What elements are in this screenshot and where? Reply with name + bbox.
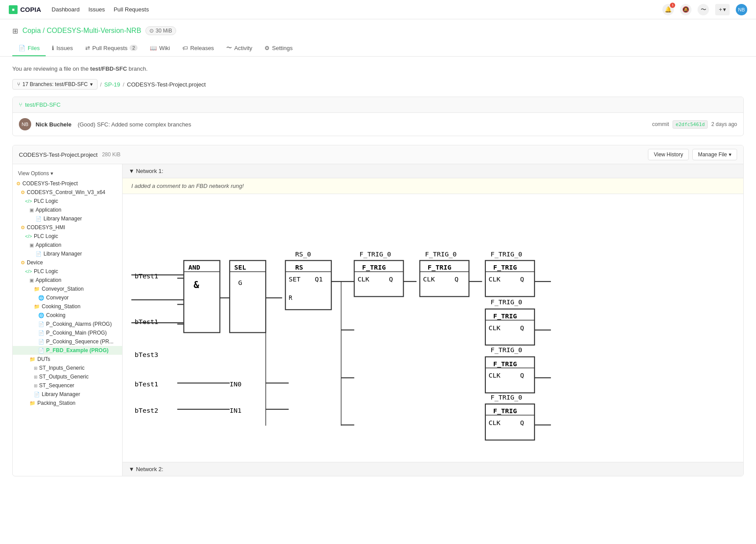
ftrig-row3-clk-1: CLK (488, 371, 500, 379)
repo-title-row: ⊞ Copia / CODESYS-Multi-Version-NRB ⊙ 30… (12, 26, 744, 35)
commit-message: (Good) SFC: Added some complex branches (78, 121, 648, 128)
signal-btest2-in1: bTest2 (134, 407, 158, 414)
user-avatar[interactable]: NB (736, 4, 747, 15)
tree-item-st-inputs-generic[interactable]: ⊞ ST_Inputs_Generic (13, 364, 122, 372)
ftrig-row4-label-1: F_TRIG (493, 407, 517, 415)
folder-cog-icon: ⚙ (21, 225, 25, 231)
plus-button[interactable]: + ▾ (715, 4, 730, 15)
commit-detail-row: NB Nick Buchele (Good) SFC: Added some c… (13, 113, 743, 136)
tree-item-library-manager-2[interactable]: 📄 Library Manager (13, 249, 122, 258)
nav-issues[interactable]: Issues (88, 6, 105, 13)
nav-dashboard[interactable]: Dashboard (52, 6, 80, 13)
code-icon: </> (25, 198, 32, 204)
tree-item-library-manager-1[interactable]: 📄 Library Manager (13, 214, 122, 223)
tree-item-application-2[interactable]: ▣ Application (13, 241, 122, 249)
in1-port-label: IN1 (230, 407, 242, 414)
view-options-toggle[interactable]: View Options ▾ (13, 168, 122, 179)
folder-icon: 📁 (34, 286, 40, 292)
tree-item-st-sequencer[interactable]: ⊞ ST_Sequencer (13, 381, 122, 390)
tree-item-p-cooking-sequence[interactable]: 📄 P_Cooking_Sequence (PR... (13, 337, 122, 346)
file-viewer-header: CODESYS-Test-Project.project 280 KiB Vie… (13, 145, 743, 164)
tree-item-conveyor[interactable]: 🌐 Conveyor (13, 293, 122, 302)
sel-g-port: G (238, 279, 242, 287)
and-label: AND (188, 263, 200, 271)
nav-pull-requests[interactable]: Pull Requests (114, 6, 149, 13)
tree-item-packing-station[interactable]: 📁 Packing_Station (13, 399, 122, 407)
tab-releases[interactable]: 🏷 Releases (176, 40, 220, 56)
ftrig0-row2-label1: F_TRIG_0 (491, 298, 522, 306)
network1-comment: I added a comment to an FBD network rung… (123, 178, 743, 194)
tree-item-cooking-station[interactable]: 📁 Cooking_Station (13, 302, 122, 311)
file-icon: 📄 (34, 392, 40, 397)
bell-icon[interactable]: 🔕 (680, 4, 691, 15)
branch-selector[interactable]: ⑂ 17 Branches: test/FBD-SFC ▾ (12, 79, 98, 90)
notification-bell-icon[interactable]: 🔔1 (662, 4, 674, 15)
tree-item-cooking[interactable]: 🌐 Cooking (13, 311, 122, 320)
network1-header[interactable]: ▼ Network 1: (123, 164, 743, 178)
top-nav: ■ COPIA Dashboard Issues Pull Requests 🔔… (0, 0, 756, 19)
commit-author-avatar: NB (19, 118, 31, 130)
ftrig-q-3: Q (520, 275, 524, 283)
file-content: View Options ▾ ⚙ CODESYS-Test-Project ⚙ … (13, 164, 743, 476)
repo-header: ⊞ Copia / CODESYS-Multi-Version-NRB ⊙ 30… (0, 19, 756, 57)
network2-header[interactable]: ▼ Network 2: (123, 462, 743, 476)
tab-pull-requests[interactable]: ⇄ Pull Requests 2 (79, 40, 144, 56)
tree-item-st-outputs-generic[interactable]: ⊞ ST_Outputs_Generic (13, 372, 122, 381)
view-history-button[interactable]: View History (648, 149, 688, 160)
ftrig-row2-label-1: F_TRIG (493, 312, 517, 320)
repo-path[interactable]: Copia / CODESYS-Multi-Version-NRB (22, 27, 141, 35)
ftrig-label-3: F_TRIG (493, 263, 517, 271)
file-icon: 📄 (36, 216, 42, 222)
tree-item-p-fbd-example[interactable]: 📄 P_FBD_Example (PROG) (13, 346, 122, 355)
tree-item-device[interactable]: ⚙ Device (13, 258, 122, 267)
ftrig0-label2: F_TRIG_0 (425, 250, 457, 258)
tree-item-codesys-test-project[interactable]: ⚙ CODESYS-Test-Project (13, 179, 122, 188)
tree-item-application-3[interactable]: ▣ Application (13, 276, 122, 285)
main-content: You are reviewing a file on the test/FBD… (0, 57, 756, 485)
ftrig-clk-2: CLK (423, 275, 435, 283)
tree-item-conveyor-station[interactable]: 📁 Conveyor_Station (13, 285, 122, 293)
tree-item-duts[interactable]: 📁 DUTs (13, 355, 122, 364)
tree-item-plc-logic-1[interactable]: </> PLC Logic (13, 197, 122, 205)
commit-meta: commit e2dfc5461d 2 days ago (652, 120, 737, 129)
file-actions: View History Manage File ▾ (648, 149, 737, 160)
folder-cog-icon: ⚙ (21, 190, 25, 195)
file-icon: 📄 (38, 348, 44, 353)
tree-item-plc-logic-3[interactable]: </> PLC Logic (13, 267, 122, 276)
activity-icon[interactable]: 〜 (698, 4, 709, 15)
tree-item-library-manager-3[interactable]: 📄 Library Manager (13, 390, 122, 399)
ftrig0-row3-label1: F_TRIG_0 (491, 346, 522, 354)
tab-issues[interactable]: ℹ Issues (46, 40, 79, 56)
file-viewer: CODESYS-Test-Project.project 280 KiB Vie… (12, 145, 744, 476)
ftrig-row4-clk-1: CLK (488, 419, 500, 427)
tree-item-p-cooking-main[interactable]: 📄 P_Cooking_Main (PROG) (13, 328, 122, 337)
file-viewer-filename: CODESYS-Test-Project.project (19, 151, 98, 158)
app-logo[interactable]: ■ COPIA (9, 5, 41, 14)
top-nav-links: Dashboard Issues Pull Requests (52, 6, 149, 13)
tree-item-control-win[interactable]: ⚙ CODESYS_Control_Win_V3_x64 (13, 188, 122, 197)
breadcrumb-sp-link[interactable]: SP-19 (104, 81, 120, 88)
tree-item-p-cooking-alarms[interactable]: 📄 P_Cooking_Alarms (PROG) (13, 320, 122, 328)
manage-file-button[interactable]: Manage File ▾ (692, 149, 737, 160)
tab-settings[interactable]: ⚙ Settings (258, 40, 299, 56)
rs-r-port: R (289, 295, 293, 301)
and-symbol: & (194, 280, 199, 290)
file-viewer-size: 280 KiB (102, 151, 120, 158)
breadcrumb-filename: CODESYS-Test-Project.project (127, 81, 206, 88)
folder-cog-icon: ⚙ (16, 181, 21, 187)
repo-size: ⊙ 30 MiB (145, 26, 176, 35)
tree-item-codesys-hmi[interactable]: ⚙ CODESYS_HMI (13, 223, 122, 232)
fbd-diagram: bTest1 bTest1 bTest3 bTest1 bTest2 AND & (123, 194, 743, 462)
tab-wiki[interactable]: 📖 Wiki (144, 40, 176, 56)
rs-block (286, 260, 331, 310)
app-icon: ▣ (29, 277, 34, 283)
signal-btest3: bTest3 (134, 351, 158, 359)
commit-hash[interactable]: e2dfc5461d (673, 120, 708, 129)
logo-icon: ■ (9, 5, 18, 14)
tab-activity[interactable]: 〜 Activity (220, 40, 258, 56)
tree-item-plc-logic-2[interactable]: </> PLC Logic (13, 232, 122, 241)
tab-files[interactable]: 📄 Files (12, 40, 46, 56)
struct-icon: ⊞ (34, 366, 37, 371)
breadcrumb: ⑂ 17 Branches: test/FBD-SFC ▾ / SP-19 / … (12, 79, 744, 90)
tree-item-application-1[interactable]: ▣ Application (13, 205, 122, 214)
